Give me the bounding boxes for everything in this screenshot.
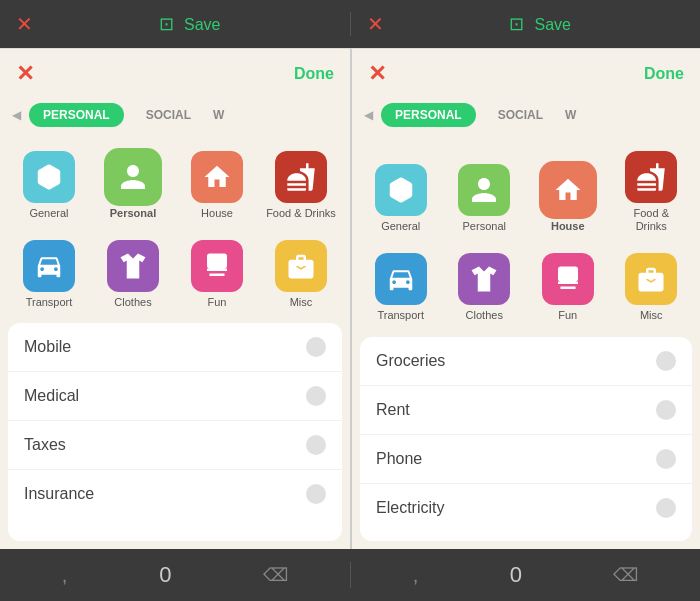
bottom-right-comma[interactable]: ,	[413, 564, 419, 587]
left-cat-clothes-icon	[107, 240, 159, 292]
right-cat-general[interactable]: General	[362, 143, 440, 239]
left-panel: ✕ Done ◀ PERSONAL SOCIAL W General Pers	[0, 48, 350, 549]
bottom-right: , 0 ⌫	[350, 562, 700, 588]
right-sub-phone-radio[interactable]	[656, 449, 676, 469]
bottom-left-comma[interactable]: ,	[62, 564, 68, 587]
panels: ✕ Done ◀ PERSONAL SOCIAL W General Pers	[0, 48, 700, 549]
right-cat-transport[interactable]: Transport	[362, 245, 440, 328]
right-cat-clothes[interactable]: Clothes	[446, 245, 524, 328]
right-cat-food-label: Food & Drinks	[617, 207, 687, 233]
top-bar-close-right-icon[interactable]: ✕	[367, 12, 384, 36]
right-sub-groceries-radio[interactable]	[656, 351, 676, 371]
right-sub-electricity-label: Electricity	[376, 499, 444, 517]
right-sub-rent[interactable]: Rent	[360, 386, 692, 435]
right-panel-close-icon[interactable]: ✕	[368, 61, 386, 87]
left-sub-insurance[interactable]: Insurance	[8, 470, 342, 518]
top-bar-right: ✕ ⊡ Save	[350, 12, 700, 36]
bottom-right-delete-icon[interactable]: ⌫	[613, 564, 638, 586]
left-sub-medical-label: Medical	[24, 387, 79, 405]
bottom-left: , 0 ⌫	[0, 562, 350, 588]
right-sub-phone-label: Phone	[376, 450, 422, 468]
left-panel-header: ✕ Done	[0, 49, 350, 99]
left-cat-transport[interactable]: Transport	[10, 232, 88, 315]
right-cat-house[interactable]: House	[529, 143, 607, 239]
right-sub-electricity-radio[interactable]	[656, 498, 676, 518]
left-tab-social[interactable]: SOCIAL	[132, 103, 205, 127]
left-panel-close-icon[interactable]: ✕	[16, 61, 34, 87]
left-sub-taxes[interactable]: Taxes	[8, 421, 342, 470]
left-sub-medical[interactable]: Medical	[8, 372, 342, 421]
right-sub-phone[interactable]: Phone	[360, 435, 692, 484]
top-bar-camera-left-icon: ⊡	[159, 14, 174, 34]
left-cat-house[interactable]: House	[178, 143, 256, 226]
right-category-grid: General Personal House Foo	[352, 135, 700, 337]
left-panel-done-button[interactable]: Done	[294, 65, 334, 83]
right-cat-clothes-icon	[458, 253, 510, 305]
right-cat-transport-icon	[375, 253, 427, 305]
left-sub-taxes-label: Taxes	[24, 436, 66, 454]
right-sub-groceries[interactable]: Groceries	[360, 337, 692, 386]
right-cat-personal-icon	[458, 164, 510, 216]
right-tab-social[interactable]: SOCIAL	[484, 103, 557, 127]
top-bar-close-left-icon[interactable]: ✕	[16, 12, 33, 36]
left-cat-clothes-label: Clothes	[114, 296, 151, 309]
left-cat-house-label: House	[201, 207, 233, 220]
right-cat-misc[interactable]: Misc	[613, 245, 691, 328]
top-bar-left: ✕ ⊡ Save	[0, 12, 350, 36]
left-cat-personal[interactable]: Personal	[94, 143, 172, 226]
top-bar-save-right: ⊡ Save	[396, 13, 684, 35]
left-sub-mobile[interactable]: Mobile	[8, 323, 342, 372]
right-cat-personal-label: Personal	[463, 220, 506, 233]
left-cat-fun-icon	[191, 240, 243, 292]
left-cat-general-icon	[23, 151, 75, 203]
top-bar: ✕ ⊡ Save ✕ ⊡ Save	[0, 0, 700, 48]
left-cat-fun-label: Fun	[208, 296, 227, 309]
left-cat-misc-icon	[275, 240, 327, 292]
right-cat-misc-label: Misc	[640, 309, 663, 322]
right-cat-general-icon	[375, 164, 427, 216]
right-cat-fun[interactable]: Fun	[529, 245, 607, 328]
left-cat-transport-icon	[23, 240, 75, 292]
right-tab-personal[interactable]: PERSONAL	[381, 103, 476, 127]
bottom-bar: , 0 ⌫ , 0 ⌫	[0, 549, 700, 601]
left-cat-food-label: Food & Drinks	[266, 207, 336, 220]
right-cat-food[interactable]: Food & Drinks	[613, 143, 691, 239]
right-cat-house-icon	[542, 164, 594, 216]
right-cat-clothes-label: Clothes	[466, 309, 503, 322]
right-sub-groceries-label: Groceries	[376, 352, 445, 370]
left-tab-bar: ◀ PERSONAL SOCIAL W	[0, 99, 350, 135]
left-cat-clothes[interactable]: Clothes	[94, 232, 172, 315]
right-sub-rent-radio[interactable]	[656, 400, 676, 420]
top-bar-save-label-left[interactable]: Save	[184, 16, 220, 33]
top-bar-save-left: ⊡ Save	[45, 13, 334, 35]
left-cat-fun[interactable]: Fun	[178, 232, 256, 315]
right-sub-rent-label: Rent	[376, 401, 410, 419]
left-sub-mobile-radio[interactable]	[306, 337, 326, 357]
right-panel-done-button[interactable]: Done	[644, 65, 684, 83]
left-sub-insurance-radio[interactable]	[306, 484, 326, 504]
left-cat-general-label: General	[29, 207, 68, 220]
right-cat-misc-icon	[625, 253, 677, 305]
top-bar-camera-right-icon: ⊡	[509, 14, 524, 34]
left-cat-personal-icon	[107, 151, 159, 203]
left-sub-list: Mobile Medical Taxes Insurance	[8, 323, 342, 541]
left-cat-general[interactable]: General	[10, 143, 88, 226]
bottom-left-zero: 0	[159, 562, 171, 588]
left-cat-misc[interactable]: Misc	[262, 232, 340, 315]
left-sub-taxes-radio[interactable]	[306, 435, 326, 455]
left-tab-more[interactable]: W	[213, 108, 224, 122]
right-cat-personal[interactable]: Personal	[446, 143, 524, 239]
left-sub-medical-radio[interactable]	[306, 386, 326, 406]
right-cat-fun-label: Fun	[558, 309, 577, 322]
right-sub-list: Groceries Rent Phone Electricity	[360, 337, 692, 541]
left-tab-personal[interactable]: PERSONAL	[29, 103, 124, 127]
left-cat-food[interactable]: Food & Drinks	[262, 143, 340, 226]
right-cat-general-label: General	[381, 220, 420, 233]
right-tab-more[interactable]: W	[565, 108, 576, 122]
left-cat-transport-label: Transport	[26, 296, 73, 309]
left-sub-mobile-label: Mobile	[24, 338, 71, 356]
right-cat-transport-label: Transport	[377, 309, 424, 322]
bottom-left-delete-icon[interactable]: ⌫	[263, 564, 288, 586]
right-sub-electricity[interactable]: Electricity	[360, 484, 692, 532]
top-bar-save-label-right[interactable]: Save	[534, 16, 570, 33]
